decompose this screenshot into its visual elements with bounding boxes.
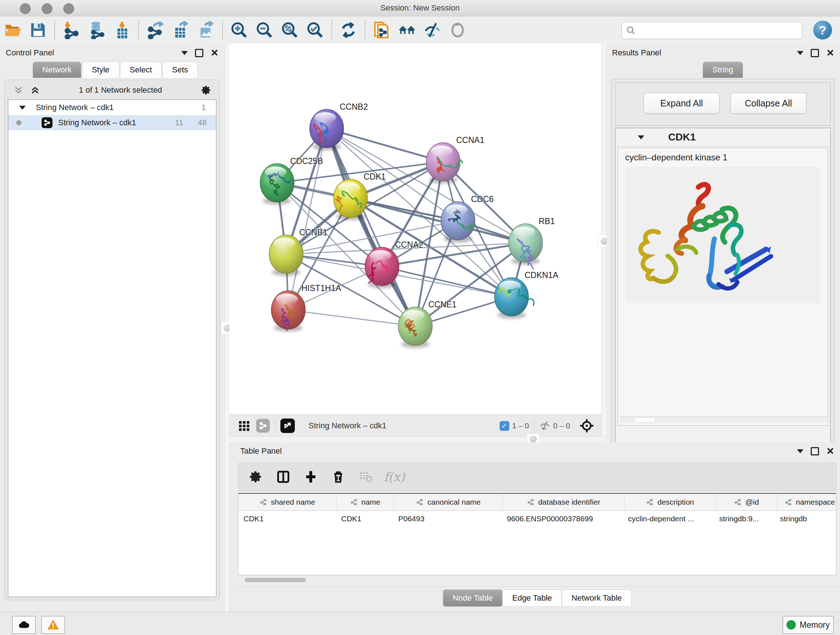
collapse-all-icon[interactable] <box>13 85 24 95</box>
network-edge[interactable] <box>327 128 415 326</box>
search-input[interactable] <box>638 23 802 38</box>
selected-count: 1 – 0 <box>512 421 529 430</box>
tab-node-table[interactable]: Node Table <box>443 589 502 607</box>
network-node-RB1[interactable] <box>508 224 543 269</box>
import-network-file-icon[interactable] <box>62 21 81 40</box>
control-panel-float-icon[interactable] <box>195 49 203 57</box>
network-node-CCNB1[interactable] <box>269 235 303 276</box>
table-panel-menu-icon[interactable] <box>797 449 804 453</box>
selected-checkbox-icon[interactable]: ✓ <box>500 421 509 431</box>
table-cell[interactable]: 9606.ENSP00000378699 <box>502 515 623 523</box>
table-cell[interactable]: cyclin-dependent ... <box>623 515 714 523</box>
help-button[interactable]: ? <box>813 21 832 40</box>
tab-select[interactable]: Select <box>120 62 162 78</box>
network-view-toolbar: String Network – cdk1 ✓ 1 – 0 0 – 0 <box>229 415 601 437</box>
table-cell[interactable]: P06493 <box>393 515 502 523</box>
network-edge[interactable] <box>288 128 327 310</box>
memory-button[interactable]: Memory <box>783 616 834 634</box>
grid-view-icon[interactable] <box>238 420 250 432</box>
table-column-header[interactable]: shared name <box>238 494 336 510</box>
network-edge[interactable] <box>288 310 415 326</box>
gene-expander-icon[interactable] <box>638 135 644 139</box>
table-column-header[interactable]: name <box>336 494 394 510</box>
table-column-header[interactable]: canonical name <box>394 494 503 510</box>
export-table-icon[interactable] <box>171 21 190 40</box>
network-canvas[interactable]: CCNB2CCNA1CDC25BCDK1CDC6RB1CCNB1CCNA2CDK… <box>229 43 601 415</box>
show-all-eye-icon[interactable] <box>448 21 467 40</box>
expand-all-icon[interactable] <box>30 85 40 95</box>
network-node-CDK1[interactable] <box>333 179 368 220</box>
delete-column-icon[interactable] <box>328 467 348 487</box>
tab-edge-table[interactable]: Edge Table <box>502 589 562 607</box>
home-networks-icon[interactable] <box>398 21 416 40</box>
window-title: Session: New Session <box>0 3 840 13</box>
control-panel-close-icon[interactable]: ✕ <box>210 48 218 57</box>
table-column-header[interactable]: namespace <box>777 494 836 510</box>
export-network-icon[interactable] <box>146 21 164 40</box>
import-network-database-icon[interactable] <box>87 21 106 40</box>
network-edge[interactable] <box>382 266 512 297</box>
export-image-icon[interactable] <box>196 21 215 40</box>
zoom-fit-icon[interactable] <box>280 21 299 40</box>
collection-expander-icon[interactable] <box>19 106 26 110</box>
column-label: canonical name <box>427 498 480 507</box>
open-in-new-window-icon[interactable] <box>280 418 295 433</box>
share-view-icon[interactable] <box>256 419 270 432</box>
tab-sets[interactable]: Sets <box>163 62 198 78</box>
network-node-CDC25B[interactable] <box>260 164 294 204</box>
table-column-header[interactable]: database identifier <box>503 494 624 510</box>
table-cell[interactable]: stringdb:9... <box>714 515 775 523</box>
hide-selected-eye-icon[interactable] <box>423 21 442 40</box>
memory-label: Memory <box>799 620 829 630</box>
table-row[interactable]: CDK1CDK1P064939606.ENSP00000378699cyclin… <box>238 511 836 527</box>
network-node-CDC6[interactable] <box>441 202 475 242</box>
show-columns-icon[interactable] <box>273 467 294 487</box>
network-node-CCNE1[interactable] <box>398 307 432 348</box>
refresh-view-icon[interactable] <box>339 21 358 40</box>
zoom-selected-icon[interactable] <box>306 21 325 40</box>
warnings-button[interactable] <box>41 616 65 634</box>
import-table-file-icon[interactable] <box>112 21 131 40</box>
table-panel-close-icon[interactable]: ✕ <box>826 447 834 456</box>
network-node-CDKN1A[interactable] <box>494 278 534 318</box>
results-panel-float-icon[interactable] <box>811 49 819 57</box>
network-node-CCNB2[interactable] <box>309 109 344 150</box>
table-panel-float-icon[interactable] <box>811 447 819 455</box>
results-scrollbar[interactable] <box>620 416 830 423</box>
table-cell[interactable]: CDK1 <box>238 515 336 523</box>
network-collection-row[interactable]: String Network – cdk1 1 <box>8 100 216 115</box>
network-selected-status: 1 of 1 Network selected <box>40 86 201 95</box>
open-session-icon[interactable] <box>3 21 22 40</box>
table-column-header[interactable]: description <box>624 494 716 510</box>
node-label-CCNB2: CCNB2 <box>340 102 368 111</box>
network-options-gear-icon[interactable] <box>201 85 212 96</box>
document-share-icon[interactable] <box>372 21 391 40</box>
table-column-header[interactable]: @id <box>716 494 777 510</box>
network-edge[interactable] <box>327 128 443 162</box>
cloud-status-button[interactable] <box>12 616 36 634</box>
expand-all-button[interactable]: Expand All <box>644 93 720 114</box>
network-row-selected[interactable]: String Network – cdk1 11 48 <box>8 115 216 130</box>
table-cell[interactable]: stringdb <box>775 515 836 523</box>
network-node-CCNA1[interactable] <box>426 143 462 184</box>
zoom-out-icon[interactable] <box>255 21 274 40</box>
table-cell[interactable]: CDK1 <box>336 515 393 523</box>
zoom-in-icon[interactable] <box>230 21 248 40</box>
hidden-eye-icon[interactable] <box>539 420 550 431</box>
add-column-icon[interactable] <box>301 467 321 487</box>
table-options-gear-icon[interactable] <box>246 467 266 487</box>
node-table: shared namenamecanonical namedatabase id… <box>238 493 836 575</box>
tab-network[interactable]: Network <box>33 62 81 78</box>
network-node-HIST1H1A[interactable] <box>271 291 305 332</box>
results-panel-close-icon[interactable]: ✕ <box>826 48 834 57</box>
save-session-icon[interactable] <box>28 21 47 40</box>
birdseye-crosshair-icon[interactable] <box>579 418 594 433</box>
control-panel-menu-icon[interactable] <box>181 51 188 55</box>
tab-style[interactable]: Style <box>82 62 119 78</box>
tab-string[interactable]: String <box>703 62 743 78</box>
results-panel-menu-icon[interactable] <box>797 51 804 55</box>
network-edge-count: 48 <box>198 118 207 127</box>
tab-network-table[interactable]: Network Table <box>562 589 632 607</box>
table-hscrollbar[interactable] <box>238 577 836 583</box>
collapse-all-button[interactable]: Collapse All <box>730 93 806 114</box>
